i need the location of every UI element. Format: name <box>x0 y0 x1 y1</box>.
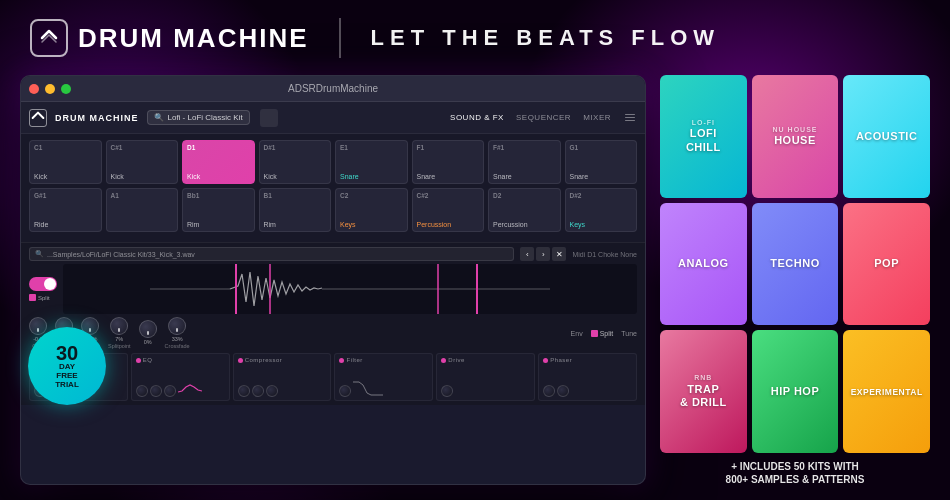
x-button[interactable]: ✕ <box>552 247 566 261</box>
genre-house[interactable]: Nu House HOUSE <box>752 75 839 198</box>
genre-lofi-chill[interactable]: Lo-Fi LOFICHILL <box>660 75 747 198</box>
rnb-name: TRAP& DRILL <box>680 383 727 409</box>
logo-area: DRUM MACHINE <box>30 19 309 57</box>
pad-ds1[interactable]: D#1 Kick <box>259 140 332 184</box>
pad-cs1[interactable]: C#1 Kick <box>106 140 179 184</box>
fx-eq-knob1[interactable] <box>136 385 148 397</box>
fx-phaser-dot <box>543 358 548 363</box>
fx-filter[interactable]: Filter <box>334 353 433 401</box>
fx-filter-curve <box>353 377 383 397</box>
maximize-button[interactable] <box>61 84 71 94</box>
pad-bb1-note: Bb1 <box>187 192 250 199</box>
pad-ds2-note: D#2 <box>570 192 633 199</box>
pad-a1[interactable]: A1 <box>106 188 179 232</box>
pad-ds2[interactable]: D#2 Keys <box>565 188 638 232</box>
genre-analog[interactable]: ANALOG <box>660 203 747 326</box>
fx-comp-knob1[interactable] <box>238 385 250 397</box>
pad-d1-label: Kick <box>187 173 250 180</box>
genre-acoustic[interactable]: ACOUSTIC <box>843 75 930 198</box>
pads-section: C1 Kick C#1 Kick D1 Kick D#1 Kick E1 S <box>21 134 645 242</box>
fx-filter-knob1[interactable] <box>339 385 351 397</box>
pad-g1[interactable]: G1 Snare <box>565 140 638 184</box>
fx-drive-header: Drive <box>441 357 530 363</box>
hamburger-icon[interactable] <box>623 111 637 125</box>
house-sub: Nu House <box>773 126 818 134</box>
gain-knob[interactable] <box>29 317 47 335</box>
nav-sequencer[interactable]: SEQUENCER <box>516 113 571 122</box>
bottom-tabs: Env Split Tune <box>571 330 637 337</box>
fx-compressor[interactable]: Compressor <box>233 353 332 401</box>
acoustic-name: ACOUSTIC <box>856 130 917 143</box>
pop-name: POP <box>874 257 899 270</box>
prev-arrow[interactable]: ‹ <box>520 247 534 261</box>
waveform-start-marker <box>235 264 237 314</box>
includes-line1: + INCLUDES 50 KITS WITH <box>660 459 930 474</box>
toggle-switch[interactable] <box>29 277 57 291</box>
pad-cs2-note: C#2 <box>417 192 480 199</box>
close-button[interactable] <box>29 84 39 94</box>
file-path-bar[interactable]: 🔍 ...Samples/LoFi/LoFi Classic Kit/33_Ki… <box>29 247 514 261</box>
pad-c2[interactable]: C2 Keys <box>335 188 408 232</box>
pad-c1[interactable]: C1 Kick <box>29 140 102 184</box>
genre-pop[interactable]: POP <box>843 203 930 326</box>
genre-experimental[interactable]: EXPERIMENTAL <box>843 330 930 453</box>
tab-env[interactable]: Env <box>571 330 583 337</box>
app-logo-small <box>29 109 47 127</box>
fx-eq[interactable]: EQ <box>131 353 230 401</box>
pad-cs2-label: Percussion <box>417 221 480 228</box>
pad-e1[interactable]: E1 Snare <box>335 140 408 184</box>
waveform-row: Split <box>29 264 637 314</box>
pad-fs1[interactable]: F#1 Snare <box>488 140 561 184</box>
pad-bb1[interactable]: Bb1 Rim <box>182 188 255 232</box>
pad-b1[interactable]: B1 Rim <box>259 188 332 232</box>
nav-mixer[interactable]: MIXER <box>583 113 611 122</box>
waveform-display[interactable] <box>63 264 637 314</box>
waveform-svg <box>63 264 637 314</box>
pad-fs1-label: Snare <box>493 173 556 180</box>
pad-f1[interactable]: F1 Snare <box>412 140 485 184</box>
house-name: HOUSE <box>773 134 818 147</box>
knob5[interactable] <box>139 320 157 338</box>
fx-phaser-knob1[interactable] <box>543 385 555 397</box>
genre-rnb[interactable]: RNB TRAP& DRILL <box>660 330 747 453</box>
fx-drive-knob1[interactable] <box>441 385 453 397</box>
genre-techno[interactable]: TECHNO <box>752 203 839 326</box>
crossfade-knob[interactable] <box>168 317 186 335</box>
pad-cs2[interactable]: C#2 Percussion <box>412 188 485 232</box>
experimental-name: EXPERIMENTAL <box>851 387 923 397</box>
fx-phaser-knob2[interactable] <box>557 385 569 397</box>
nav-sound-fx[interactable]: SOUND & FX <box>450 113 504 122</box>
file-path-text: ...Samples/LoFi/LoFi Classic Kit/33_Kick… <box>47 251 195 258</box>
browse-icon[interactable] <box>260 109 278 127</box>
fx-eq-knob2[interactable] <box>150 385 162 397</box>
pad-d1[interactable]: D1 Kick <box>182 140 255 184</box>
splitpoint-value: 7% <box>115 336 123 342</box>
pad-gs1-label: Ride <box>34 221 97 228</box>
pad-ds1-note: D#1 <box>264 144 327 151</box>
kit-selector[interactable]: 🔍 Lofi - LoFi Classic Kit <box>147 110 250 125</box>
file-row: 🔍 ...Samples/LoFi/LoFi Classic Kit/33_Ki… <box>29 247 637 261</box>
next-arrow[interactable]: › <box>536 247 550 261</box>
pad-d2[interactable]: D2 Percussion <box>488 188 561 232</box>
tab-tune[interactable]: Tune <box>621 330 637 337</box>
pad-c1-note: C1 <box>34 144 97 151</box>
fx-comp-knob2[interactable] <box>252 385 264 397</box>
trial-badge[interactable]: 30 DAY FREE TRIAL <box>28 327 106 405</box>
fx-eq-knob3[interactable] <box>164 385 176 397</box>
fx-phaser[interactable]: Phaser <box>538 353 637 401</box>
minimize-button[interactable] <box>45 84 55 94</box>
fx-comp-knob3[interactable] <box>266 385 278 397</box>
pad-e1-label: Snare <box>340 173 403 180</box>
knob5-group: 0% <box>139 320 157 346</box>
pad-g1-note: G1 <box>570 144 633 151</box>
trial-day-text: DAY <box>59 363 75 371</box>
genre-hiphop[interactable]: HIP HOP <box>752 330 839 453</box>
pad-c1-label: Kick <box>34 173 97 180</box>
fx-row: Cut EQ <box>29 353 637 401</box>
fx-drive[interactable]: Drive <box>436 353 535 401</box>
splitpoint-knob[interactable] <box>110 317 128 335</box>
pad-d2-note: D2 <box>493 192 556 199</box>
tab-split[interactable]: Split <box>591 330 614 337</box>
pad-gs1[interactable]: G#1 Ride <box>29 188 102 232</box>
pad-f1-note: F1 <box>417 144 480 151</box>
